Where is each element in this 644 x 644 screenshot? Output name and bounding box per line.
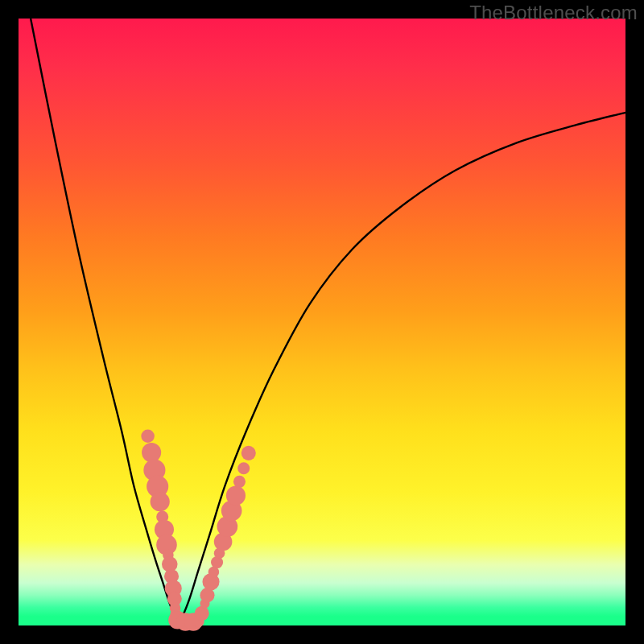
bead-marker xyxy=(142,443,161,462)
chart-svg xyxy=(19,19,625,625)
right-curve xyxy=(177,113,625,625)
bead-marker xyxy=(195,606,209,621)
bead-markers xyxy=(141,429,256,630)
chart-frame: TheBottleneck.com xyxy=(0,0,644,644)
bead-marker xyxy=(242,446,256,460)
bead-marker xyxy=(141,429,155,443)
bead-marker xyxy=(237,462,250,474)
bead-marker xyxy=(151,492,170,511)
bead-marker xyxy=(226,486,246,506)
bead-marker xyxy=(233,476,246,488)
left-curve xyxy=(31,19,177,624)
